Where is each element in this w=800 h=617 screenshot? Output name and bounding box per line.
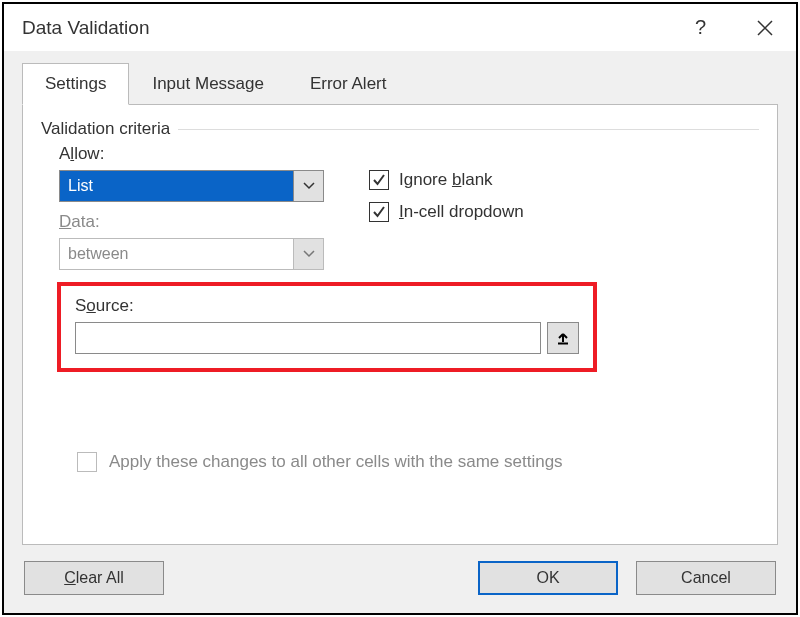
incell-dropdown-label: In-cell dropdown (399, 202, 524, 222)
dialog-content: Settings Input Message Error Alert Valid… (4, 51, 796, 545)
range-selector-button[interactable] (547, 322, 579, 354)
checkmark-icon (372, 205, 386, 219)
incell-dropdown-checkbox[interactable] (369, 202, 389, 222)
help-button[interactable]: ? (689, 14, 712, 41)
data-value: between (60, 239, 293, 269)
data-validation-dialog: Data Validation ? Settings Input Message… (2, 2, 798, 615)
validation-criteria-legend: Validation criteria (41, 119, 178, 139)
allow-label: Allow: (59, 144, 329, 164)
data-combobox: between (59, 238, 324, 270)
source-highlight-box: Source: (57, 282, 597, 372)
source-input[interactable] (75, 322, 541, 354)
ignore-blank-checkbox[interactable] (369, 170, 389, 190)
dialog-footer: Clear All OK Cancel (4, 545, 796, 613)
dialog-title: Data Validation (22, 17, 149, 39)
chevron-down-icon (303, 182, 315, 190)
cancel-button[interactable]: Cancel (636, 561, 776, 595)
tab-input-message[interactable]: Input Message (129, 63, 287, 104)
chevron-down-icon (303, 250, 315, 258)
titlebar-controls: ? (689, 14, 778, 41)
allow-combobox[interactable]: List (59, 170, 324, 202)
ok-button[interactable]: OK (478, 561, 618, 595)
source-label: Source: (75, 296, 579, 316)
titlebar: Data Validation ? (4, 4, 796, 51)
tab-strip: Settings Input Message Error Alert (22, 63, 778, 105)
tab-settings[interactable]: Settings (22, 63, 129, 105)
checkmark-icon (372, 173, 386, 187)
incell-dropdown-row: In-cell dropdown (369, 202, 524, 222)
data-label: Data: (59, 212, 329, 232)
apply-changes-label: Apply these changes to all other cells w… (109, 452, 563, 472)
apply-changes-checkbox (77, 452, 97, 472)
allow-value: List (60, 171, 293, 201)
data-dropdown-arrow (293, 239, 323, 269)
apply-changes-row: Apply these changes to all other cells w… (59, 452, 759, 472)
tab-error-alert[interactable]: Error Alert (287, 63, 410, 104)
ignore-blank-row: Ignore blank (369, 170, 524, 190)
close-button[interactable] (752, 15, 778, 41)
range-selector-icon (556, 331, 570, 345)
settings-panel: Validation criteria Allow: List Data: (22, 105, 778, 545)
close-icon (756, 19, 774, 37)
ignore-blank-label: Ignore blank (399, 170, 493, 190)
criteria-body: Allow: List Data: between (41, 130, 759, 472)
allow-dropdown-arrow[interactable] (293, 171, 323, 201)
clear-all-button[interactable]: Clear All (24, 561, 164, 595)
